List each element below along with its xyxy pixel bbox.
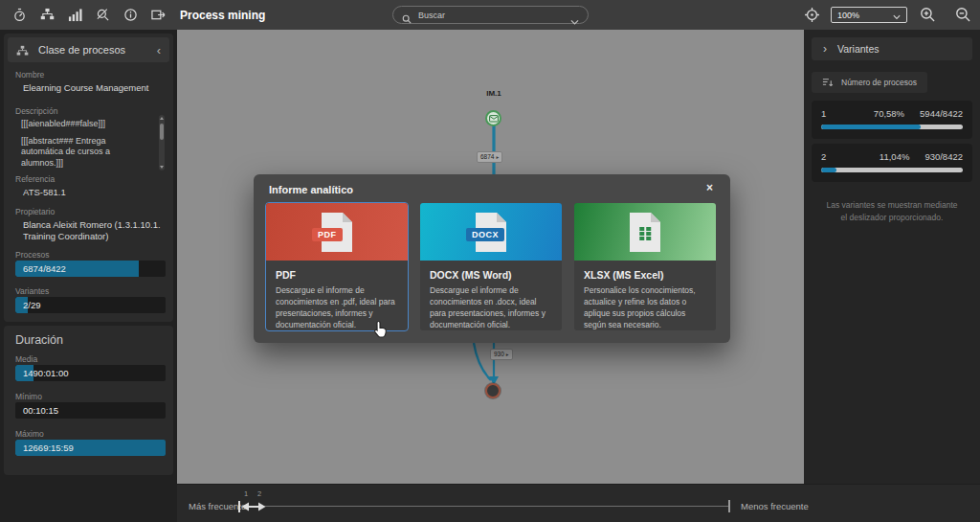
hierarchy-icon[interactable] bbox=[39, 7, 56, 23]
edge-count-badge: 930 ▸ bbox=[490, 349, 513, 360]
timer-icon[interactable] bbox=[11, 7, 28, 23]
variantes-label: Variantes bbox=[15, 286, 49, 296]
search-input[interactable]: Buscar bbox=[392, 6, 589, 24]
slider-tick-2: 2 bbox=[257, 489, 261, 498]
slider-handles[interactable] bbox=[238, 500, 269, 513]
file-badge: DOCX bbox=[466, 228, 504, 241]
scroll-up-icon[interactable] bbox=[160, 117, 164, 120]
media-value: 1490:01:00 bbox=[23, 365, 69, 381]
close-icon[interactable]: × bbox=[706, 181, 713, 194]
docx-file-icon: DOCX bbox=[475, 212, 507, 253]
nombre-label: Nombre bbox=[15, 70, 44, 79]
chevron-down-icon[interactable] bbox=[570, 11, 579, 18]
analytic-report-dialog: Informe analítico × PDF PDF Descargue el… bbox=[254, 174, 730, 343]
docx-export-card[interactable]: DOCX DOCX (MS Word) Descargue el informe… bbox=[420, 203, 562, 330]
scrollbar[interactable] bbox=[159, 115, 165, 170]
minimo-label: Mínimo bbox=[15, 392, 42, 401]
variant-percent: 11,04% bbox=[880, 151, 910, 162]
descripcion-box: [[[aienabled###false]]] [[[abstract### E… bbox=[15, 115, 165, 170]
media-label: Media bbox=[15, 354, 37, 364]
variant-row-1[interactable]: 1 70,58% 5944/8422 bbox=[812, 101, 972, 139]
slider-track[interactable] bbox=[240, 506, 728, 507]
top-toolbar: Process mining Buscar 100% bbox=[0, 0, 980, 30]
maximo-progress-bar: 12669:15:59 bbox=[15, 440, 166, 456]
panel-title: Clase de procesos bbox=[38, 44, 125, 56]
edge-count: 6874 bbox=[480, 153, 494, 161]
scroll-down-icon[interactable] bbox=[160, 166, 164, 169]
expand-chevron-icon[interactable]: › bbox=[823, 43, 827, 55]
search-icon bbox=[402, 11, 412, 20]
variant-index: 2 bbox=[821, 151, 826, 162]
card-body: DOCX (MS Word) Descargue el informe de c… bbox=[420, 261, 562, 330]
file-badge: PDF bbox=[312, 228, 343, 241]
variant-row-header: 2 11,04% 930/8422 bbox=[821, 151, 963, 162]
variant-index: 1 bbox=[821, 108, 826, 119]
start-node-label: IM.1 bbox=[475, 89, 513, 98]
variant-percent: 70,58% bbox=[874, 108, 904, 119]
card-header bbox=[574, 203, 716, 261]
propietario-value: Blanca Aleixit Romero (1.3.1.10.1. Train… bbox=[23, 219, 167, 243]
minimo-progress-bar: 00:10:15 bbox=[15, 402, 166, 419]
toolbar-icon-group bbox=[11, 0, 167, 30]
variants-panel-title: Variantes bbox=[837, 43, 880, 55]
zoom-out-icon[interactable] bbox=[955, 7, 971, 23]
variant-row-2[interactable]: 2 11,04% 930/8422 bbox=[812, 144, 972, 182]
start-node[interactable] bbox=[485, 110, 501, 126]
zoom-in-icon[interactable] bbox=[920, 7, 936, 23]
export-icon[interactable] bbox=[150, 7, 167, 23]
sort-button-label: Número de procesos bbox=[841, 78, 917, 87]
duracion-title: Duración bbox=[15, 333, 63, 347]
card-body: PDF Descargue el informe de conocimiento… bbox=[266, 261, 408, 330]
right-sidebar: › Variantes Número de procesos 1 70,58% … bbox=[804, 30, 980, 522]
propietario-label: Propietario bbox=[15, 207, 55, 216]
descripcion-line: [[[abstract### Entrega automática de cur… bbox=[21, 136, 145, 169]
descripcion-line: [[[aienabled###false]]] bbox=[21, 119, 145, 129]
progress-fill bbox=[821, 168, 836, 172]
end-node[interactable] bbox=[485, 383, 501, 398]
referencia-value: ATS-581.1 bbox=[23, 187, 66, 197]
card-title: XLSX (MS Excel) bbox=[584, 269, 706, 281]
collapse-chevron-icon[interactable]: ‹ bbox=[157, 44, 161, 57]
card-description: Personalice los conocimientos, actualice… bbox=[584, 285, 706, 330]
less-frequent-label: Menos frecuente bbox=[741, 501, 809, 511]
scrollbar-thumb[interactable] bbox=[160, 124, 164, 140]
procesos-value: 6874/8422 bbox=[23, 261, 66, 277]
export-format-cards: PDF PDF Descargue el informe de conocimi… bbox=[266, 203, 716, 330]
spreadsheet-icon bbox=[639, 227, 651, 240]
maximo-value: 12669:15:59 bbox=[23, 440, 74, 456]
edge-count: 930 bbox=[494, 351, 504, 358]
variant-progress-bar bbox=[821, 168, 963, 172]
app-title: Process mining bbox=[180, 9, 265, 22]
pdf-file-icon: PDF bbox=[321, 212, 353, 253]
card-title: PDF bbox=[276, 269, 398, 281]
xlsx-file-icon bbox=[629, 212, 661, 253]
sort-icon bbox=[822, 78, 834, 88]
minimo-value: 00:10:15 bbox=[23, 402, 58, 419]
info-icon[interactable] bbox=[122, 7, 139, 23]
xlsx-export-card[interactable]: XLSX (MS Excel) Personalice los conocimi… bbox=[574, 203, 716, 330]
variantes-value: 2/29 bbox=[23, 297, 41, 313]
sort-by-process-count-button[interactable]: Número de procesos bbox=[812, 72, 927, 93]
media-progress-bar: 1490:01:00 bbox=[15, 365, 166, 381]
process-class-panel: Clase de procesos ‹ Nombre Elearning Cou… bbox=[4, 34, 173, 322]
edge-count-badge: 6874 ▸ bbox=[477, 151, 502, 163]
card-title: DOCX (MS Word) bbox=[430, 269, 552, 281]
duration-panel: Duración Media 1490:01:00 Mínimo 00:10:1… bbox=[4, 326, 173, 475]
card-description: Descargue el informe de conocimientos en… bbox=[276, 285, 398, 330]
left-sidebar: Clase de procesos ‹ Nombre Elearning Cou… bbox=[0, 30, 177, 522]
variant-progress-bar bbox=[821, 125, 963, 129]
process-mining-app: Process mining Buscar 100% bbox=[0, 0, 980, 522]
variant-row-header: 1 70,58% 5944/8422 bbox=[821, 108, 963, 119]
pdf-export-card[interactable]: PDF PDF Descargue el informe de conocimi… bbox=[266, 203, 408, 330]
search-off-icon[interactable] bbox=[95, 7, 111, 23]
variants-note: Las variantes se muestran mediante el de… bbox=[825, 199, 959, 224]
zoom-level-select[interactable]: 100% bbox=[831, 7, 907, 23]
process-class-panel-header[interactable]: Clase de procesos ‹ bbox=[8, 37, 169, 62]
search-placeholder: Buscar bbox=[418, 11, 445, 20]
card-description: Descargue el informe de conocimientos en… bbox=[430, 285, 552, 330]
crosshair-icon[interactable] bbox=[804, 7, 820, 23]
slider-tick-1: 1 bbox=[244, 489, 248, 498]
bar-chart-icon[interactable] bbox=[67, 7, 83, 23]
card-header: DOCX bbox=[420, 203, 562, 261]
variants-panel-header[interactable]: › Variantes bbox=[812, 37, 972, 60]
